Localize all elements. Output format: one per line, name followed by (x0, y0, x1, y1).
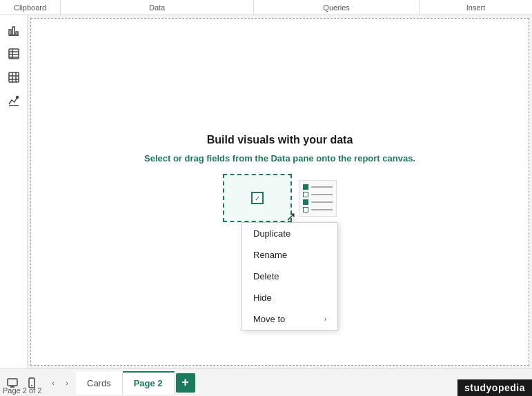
context-menu: Duplicate Rename Delete Hide Move to › (242, 222, 338, 330)
field-line-1 (311, 186, 333, 188)
fields-list (299, 180, 337, 217)
field-check-1 (303, 184, 308, 190)
tab-navigation: ‹ › (44, 377, 76, 389)
tab-page2[interactable]: Page 2 (123, 371, 175, 395)
menu-item-move-to[interactable]: Move to › (242, 308, 337, 330)
sidebar (0, 15, 28, 368)
toolbar-data: Data (61, 0, 254, 14)
field-check-2 (303, 192, 308, 197)
add-page-button[interactable]: + (176, 373, 195, 393)
matrix-icon[interactable] (4, 68, 23, 87)
table-icon[interactable] (4, 44, 23, 63)
menu-item-duplicate[interactable]: Duplicate (242, 223, 337, 244)
field-line-3 (311, 201, 333, 203)
field-line-2 (311, 194, 333, 195)
chevron-right-icon: › (324, 315, 326, 323)
field-line-4 (311, 209, 333, 210)
tab-cards[interactable]: Cards (76, 371, 123, 395)
menu-item-rename[interactable]: Rename (242, 244, 337, 266)
field-check-3 (303, 199, 308, 205)
svg-rect-0 (9, 30, 11, 35)
visual-icons: ✓ ↗ (223, 174, 337, 222)
canvas-area: Build visuals with your data Select or d… (30, 18, 529, 366)
page-indicator: Page 2 of 2 (0, 385, 44, 396)
visual-placeholder: ✓ ↗ (223, 174, 292, 222)
tab-prev-button[interactable]: ‹ (47, 377, 59, 389)
field-row (303, 199, 333, 205)
toolbar: Clipboard Data Queries Insert (0, 0, 532, 15)
menu-item-delete[interactable]: Delete (242, 266, 337, 287)
bar-chart-icon[interactable] (4, 21, 23, 40)
field-check-4 (303, 207, 308, 212)
build-visuals-title: Build visuals with your data (207, 134, 353, 146)
svg-rect-16 (8, 379, 17, 386)
build-visuals-subtitle: Select or drag fields from the Data pane… (144, 153, 415, 164)
bottom-bar: ‹ › Cards Page 2 + (0, 368, 532, 396)
toolbar-insert: Insert (420, 0, 532, 14)
menu-item-hide[interactable]: Hide (242, 287, 337, 308)
toolbar-clipboard: Clipboard (0, 0, 61, 14)
field-row (303, 207, 333, 212)
svg-point-14 (16, 97, 18, 99)
tab-next-button[interactable]: › (61, 377, 73, 389)
watermark: studyopedia (457, 379, 532, 396)
stats-icon[interactable] (4, 91, 23, 110)
main-layout: Build visuals with your data Select or d… (0, 15, 532, 368)
build-visuals: Build visuals with your data Select or d… (144, 134, 415, 222)
svg-rect-9 (9, 72, 19, 82)
toolbar-queries: Queries (254, 0, 420, 14)
field-row (303, 192, 333, 197)
check-icon: ✓ (251, 192, 264, 204)
svg-rect-1 (12, 27, 14, 35)
field-row (303, 184, 333, 190)
